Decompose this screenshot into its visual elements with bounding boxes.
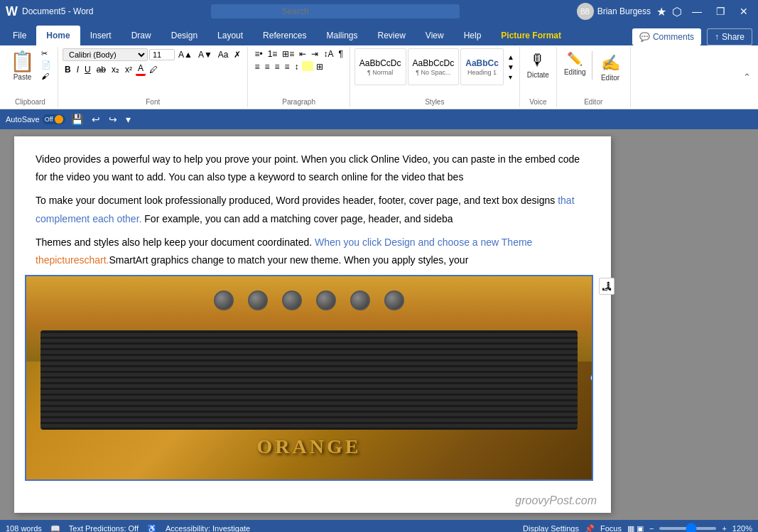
line-spacing-button[interactable]: ↕ bbox=[293, 61, 301, 72]
document-text: Video provides a powerful way to help yo… bbox=[36, 151, 590, 269]
italic-button[interactable]: I bbox=[75, 64, 81, 75]
focus-label[interactable]: Focus bbox=[600, 524, 622, 532]
clipboard-controls: 📋 Paste ✂ 📄 🖌 bbox=[7, 48, 53, 82]
sort-button[interactable]: ↕A bbox=[321, 48, 335, 60]
autosave-toggle[interactable]: Off bbox=[43, 114, 65, 124]
format-painter-button[interactable]: 🖌 bbox=[39, 71, 53, 81]
increase-indent-button[interactable]: ⇥ bbox=[309, 48, 320, 60]
shading-button[interactable] bbox=[302, 61, 313, 71]
tab-references[interactable]: References bbox=[253, 26, 316, 45]
multilevel-list-button[interactable]: ⊞≡ bbox=[280, 48, 296, 60]
highlight-button[interactable]: 🖊 bbox=[147, 64, 160, 75]
tab-draw[interactable]: Draw bbox=[121, 26, 161, 45]
increase-font-button[interactable]: A▲ bbox=[176, 49, 195, 60]
paste-button[interactable]: 📋 Paste bbox=[7, 48, 38, 82]
tab-view[interactable]: View bbox=[416, 26, 454, 45]
clear-format-button[interactable]: ✗ bbox=[232, 49, 243, 60]
style-normal-preview: AaBbCcDc bbox=[359, 58, 401, 70]
ribbon-tabs: File Home Insert Draw Design Layout Refe… bbox=[0, 23, 758, 45]
word-logo-icon: W bbox=[6, 4, 18, 19]
tab-picture-format[interactable]: Picture Format bbox=[491, 26, 571, 45]
restore-button[interactable]: ❐ bbox=[712, 4, 730, 18]
titlebar-right: BB Brian Burgess ★ ⬡ — ❐ ✕ bbox=[577, 3, 752, 20]
tab-design[interactable]: Design bbox=[161, 26, 207, 45]
clipboard-label: Clipboard bbox=[15, 98, 45, 106]
styles-scroll-up[interactable]: ▲ bbox=[507, 53, 515, 62]
copy-button[interactable]: 📄 bbox=[39, 60, 53, 70]
amp-image[interactable]: ORANGE bbox=[25, 275, 593, 481]
autosave-control: AutoSave Off bbox=[6, 114, 65, 124]
align-right-button[interactable]: ≡ bbox=[273, 61, 282, 72]
image-container: ORANGE 🏞 bbox=[36, 275, 590, 481]
customize-qat-button[interactable]: ▾ bbox=[123, 112, 134, 126]
tab-home[interactable]: Home bbox=[36, 26, 80, 45]
superscript-button[interactable]: x² bbox=[123, 64, 134, 75]
ribbon-collapse-button[interactable]: ⌃ bbox=[739, 47, 755, 107]
undo-button[interactable]: ↩ bbox=[89, 112, 103, 126]
show-paragraph-button[interactable]: ¶ bbox=[336, 48, 345, 60]
font-controls: Calibri (Body) A▲ A▼ Aa ✗ B I U ab x₂ x²… bbox=[63, 48, 243, 76]
voice-group: 🎙 Dictate Voice bbox=[520, 47, 557, 107]
clipboard-group: 📋 Paste ✂ 📄 🖌 Clipboard bbox=[3, 47, 58, 107]
decrease-font-button[interactable]: A▼ bbox=[196, 49, 215, 60]
close-button[interactable]: ✕ bbox=[735, 4, 752, 18]
styles-scroll-down[interactable]: ▼ bbox=[507, 63, 515, 72]
font-size-input[interactable] bbox=[149, 49, 175, 60]
decrease-indent-button[interactable]: ⇤ bbox=[297, 48, 308, 60]
editor-controls: ✏️ Editing ✍ Editor bbox=[561, 48, 626, 87]
justify-button[interactable]: ≡ bbox=[283, 61, 292, 72]
image-layout-icon[interactable]: 🏞 bbox=[599, 278, 614, 295]
style-no-spacing[interactable]: AaBbCcDc ¶ No Spac... bbox=[408, 48, 460, 85]
star-icon: ★ bbox=[656, 5, 666, 18]
change-case-button[interactable]: Aa bbox=[216, 49, 231, 60]
font-name-select[interactable]: Calibri (Body) bbox=[63, 48, 148, 61]
font-row2: B I U ab x₂ x² A 🖊 bbox=[63, 63, 243, 76]
align-left-button[interactable]: ≡ bbox=[252, 61, 261, 72]
style-heading1[interactable]: AaBbCc Heading 1 bbox=[460, 48, 504, 85]
copy-icon: 📄 bbox=[41, 60, 51, 70]
display-settings[interactable]: Display Settings bbox=[523, 524, 579, 532]
align-center-button[interactable]: ≡ bbox=[262, 61, 271, 72]
share-button[interactable]: ↑ Share bbox=[707, 28, 752, 45]
subscript-button[interactable]: x₂ bbox=[109, 64, 121, 75]
numbering-button[interactable]: 1≡ bbox=[266, 48, 280, 60]
document-page[interactable]: Video provides a powerful way to help yo… bbox=[14, 136, 611, 513]
minimize-button[interactable]: — bbox=[688, 4, 706, 18]
styles-gallery: AaBbCcDc ¶ Normal AaBbCcDc ¶ No Spac... … bbox=[354, 48, 515, 85]
selection-handle[interactable] bbox=[590, 374, 593, 382]
knob-4 bbox=[316, 291, 336, 310]
search-input[interactable] bbox=[211, 4, 460, 18]
paragraph-content: ≡• 1≡ ⊞≡ ⇤ ⇥ ↕A ¶ ≡ ≡ ≡ ≡ ↕ ⊞ bbox=[252, 48, 345, 97]
dictate-button[interactable]: 🎙 Dictate bbox=[524, 48, 552, 82]
titlebar-center bbox=[93, 4, 576, 18]
comments-button[interactable]: 💬 Comments bbox=[632, 28, 701, 45]
cut-button[interactable]: ✂ bbox=[39, 48, 53, 59]
tab-review[interactable]: Review bbox=[368, 26, 416, 45]
tab-file[interactable]: File bbox=[3, 26, 36, 45]
paragraph-group: ≡• 1≡ ⊞≡ ⇤ ⇥ ↕A ¶ ≡ ≡ ≡ ≡ ↕ ⊞ bbox=[248, 47, 350, 107]
style-normal[interactable]: AaBbCcDc ¶ Normal bbox=[354, 48, 406, 85]
paragraph-1: Video provides a powerful way to help yo… bbox=[36, 151, 590, 186]
bullets-button[interactable]: ≡• bbox=[252, 48, 264, 60]
redo-button[interactable]: ↪ bbox=[106, 112, 120, 126]
editor-button[interactable]: ✍ Editor bbox=[598, 51, 623, 85]
strikethrough-button[interactable]: ab bbox=[94, 64, 108, 75]
clipboard-sub: ✂ 📄 🖌 bbox=[39, 48, 53, 81]
titlebar-left: W Document5 - Word bbox=[6, 4, 93, 19]
save-button[interactable]: 💾 bbox=[68, 112, 86, 126]
borders-button[interactable]: ⊞ bbox=[314, 61, 325, 72]
tab-insert[interactable]: Insert bbox=[80, 26, 121, 45]
underline-button[interactable]: U bbox=[82, 64, 93, 75]
bold-button[interactable]: B bbox=[63, 64, 73, 75]
tab-layout[interactable]: Layout bbox=[207, 26, 253, 45]
zoom-level: 120% bbox=[732, 524, 752, 532]
paragraph-label: Paragraph bbox=[282, 98, 315, 106]
zoom-slider[interactable] bbox=[659, 527, 716, 530]
tab-help[interactable]: Help bbox=[454, 26, 492, 45]
proofing-icon: 📖 bbox=[50, 524, 60, 533]
document-area: Video provides a powerful way to help yo… bbox=[0, 129, 758, 520]
styles-more[interactable]: ▾ bbox=[507, 72, 515, 82]
user-area: BB Brian Burgess bbox=[577, 3, 651, 20]
font-color-button[interactable]: A bbox=[136, 63, 146, 76]
tab-mailings[interactable]: Mailings bbox=[316, 26, 367, 45]
